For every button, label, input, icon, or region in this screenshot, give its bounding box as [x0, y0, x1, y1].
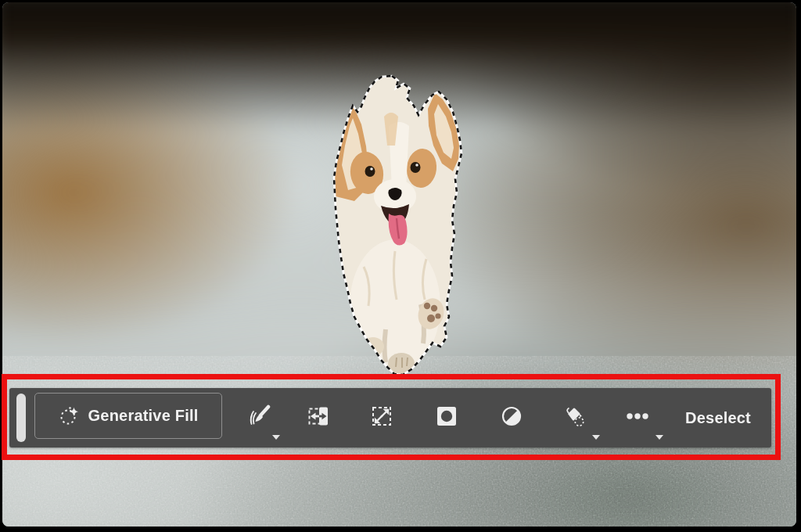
generative-fill-label: Generative Fill [88, 407, 199, 425]
generative-fill-sparkle-icon [59, 405, 81, 427]
drag-handle[interactable] [16, 394, 26, 442]
adjustment-circle-icon [501, 405, 523, 427]
modify-selection-button[interactable] [242, 396, 277, 437]
image-canvas[interactable] [2, 2, 796, 527]
transform-selection-icon [371, 405, 393, 427]
ellipsis-icon [626, 405, 649, 427]
create-adjustment-button[interactable] [494, 396, 529, 437]
selected-dog-subject [317, 71, 481, 384]
brush-icon [248, 404, 271, 428]
more-options-dropdown-caret[interactable] [656, 435, 663, 440]
paint-bucket-icon [563, 404, 587, 428]
create-mask-button[interactable] [429, 396, 464, 437]
generative-fill-button[interactable]: Generative Fill [34, 393, 222, 439]
fill-selection-button[interactable] [558, 396, 592, 437]
modify-selection-dropdown-caret[interactable] [272, 435, 280, 440]
more-options-button[interactable] [620, 396, 655, 437]
mask-icon [436, 405, 458, 427]
transform-selection-button[interactable] [365, 396, 399, 437]
contextual-task-bar: Generative Fill [9, 388, 771, 448]
invert-selection-button[interactable] [301, 396, 336, 437]
deselect-button[interactable]: Deselect [681, 388, 756, 448]
fill-selection-dropdown-caret[interactable] [592, 435, 600, 440]
screenshot-root: Generative Fill [0, 0, 801, 532]
invert-selection-icon [307, 405, 329, 427]
